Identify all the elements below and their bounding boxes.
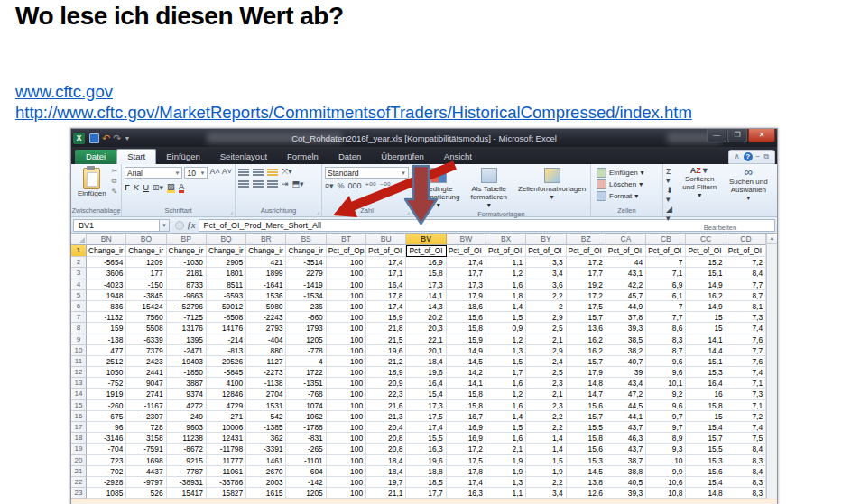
cell[interactable]: 2905 (207, 257, 246, 268)
header-cell[interactable]: Pct_of_OI (526, 245, 566, 257)
header-cell[interactable]: Pct_of_OI (726, 245, 766, 257)
tab-ansicht[interactable]: Ansicht (434, 150, 482, 164)
cell[interactable]: -8672 (167, 444, 207, 454)
cell[interactable]: 17,2 (567, 290, 606, 301)
selected-cell[interactable]: Pct_of_OI (406, 245, 446, 257)
cell[interactable]: -15424 (126, 301, 166, 312)
cell[interactable]: 10006 (207, 422, 246, 433)
cell[interactable]: 38,8 (606, 466, 646, 477)
cell[interactable]: 8,3 (726, 488, 766, 499)
cell[interactable]: 15,5 (406, 433, 446, 444)
cell[interactable]: 100 (327, 444, 366, 454)
cell[interactable]: 15,4 (406, 389, 446, 399)
cell[interactable]: 2,1 (526, 334, 566, 345)
col-header-BS[interactable]: BS (286, 234, 326, 245)
cell[interactable]: 37,8 (606, 312, 646, 323)
cell[interactable]: 20,9 (366, 378, 406, 389)
cell[interactable]: 2,5 (526, 367, 566, 378)
cell[interactable]: 8,3 (726, 477, 766, 488)
cell[interactable]: 2,2 (526, 411, 566, 422)
cell[interactable]: 1899 (246, 268, 286, 279)
cell[interactable]: 16,4 (366, 279, 406, 290)
help-icon[interactable]: ? (744, 152, 753, 161)
cell[interactable]: 17,4 (366, 301, 406, 312)
cell[interactable]: 100 (327, 433, 366, 444)
col-header-CC[interactable]: CC (686, 234, 726, 245)
cell[interactable]: 1,6 (486, 400, 526, 411)
indent-icon[interactable]: ⇥ (282, 179, 289, 188)
cell[interactable]: 100 (327, 400, 366, 411)
cell[interactable]: 12,6 (567, 488, 606, 499)
row-header-16[interactable]: 16 (71, 411, 87, 422)
cell[interactable]: 15,6 (567, 444, 606, 454)
cell[interactable]: 100 (327, 378, 366, 389)
cell[interactable]: 1,6 (486, 433, 526, 444)
tab-datei[interactable]: Datei (75, 150, 116, 164)
cell[interactable]: 15,9 (447, 334, 486, 345)
cell[interactable]: 1,5 (486, 312, 526, 323)
cell[interactable]: 22,3 (366, 389, 406, 399)
cell[interactable]: -752 (87, 378, 126, 389)
cell[interactable]: 3,4 (526, 488, 566, 499)
cell[interactable]: 100 (327, 466, 366, 477)
cell[interactable]: 9,7 (646, 422, 686, 433)
cell[interactable]: 16,2 (567, 345, 606, 356)
cell[interactable]: -6339 (126, 334, 166, 345)
cell[interactable]: 100 (327, 345, 366, 356)
cell[interactable]: 2741 (126, 389, 166, 399)
row-header-11[interactable]: 11 (71, 356, 87, 367)
cell[interactable]: -2928 (87, 477, 126, 488)
cell[interactable]: 19,7 (366, 477, 406, 488)
cell[interactable]: 15,6 (567, 400, 606, 411)
font-size-select[interactable]: 10▼ (184, 167, 208, 179)
cell[interactable]: 43,7 (606, 422, 646, 433)
copy-icon[interactable]: ⧉ (112, 177, 118, 186)
cell[interactable]: 16 (686, 389, 726, 399)
cell[interactable]: -836 (87, 301, 126, 312)
row-header-3[interactable]: 3 (71, 268, 87, 279)
cell[interactable]: 5508 (126, 323, 166, 334)
cell[interactable]: 15827 (207, 488, 246, 499)
cell[interactable]: 1,5 (486, 422, 526, 433)
cell[interactable]: 14,1 (406, 290, 446, 301)
cell[interactable]: 44,9 (606, 301, 646, 312)
cell[interactable]: 0,9 (486, 323, 526, 334)
cell[interactable]: 1919 (87, 389, 126, 399)
cell[interactable]: 1,4 (526, 444, 566, 454)
cell[interactable]: 7,4 (726, 323, 766, 334)
cell[interactable]: -3391 (246, 444, 286, 454)
cell[interactable]: 3,6 (526, 279, 566, 290)
fill-icon[interactable]: ⬇ ▾ (666, 186, 674, 204)
cell[interactable]: 15,8 (567, 433, 606, 444)
cell[interactable]: 17,2 (567, 257, 606, 268)
col-header-CD[interactable]: CD (726, 234, 766, 245)
cell[interactable]: 17,7 (567, 268, 606, 279)
cell[interactable]: 7 (646, 301, 686, 312)
cell[interactable]: 1062 (286, 411, 326, 422)
cell[interactable]: 7,4 (726, 367, 766, 378)
cell[interactable]: -271 (207, 411, 246, 422)
cell[interactable]: 17,5 (406, 411, 446, 422)
cell[interactable]: 10,8 (646, 488, 686, 499)
cell[interactable]: 13,8 (567, 477, 606, 488)
cell[interactable]: 15,7 (567, 411, 606, 422)
cell[interactable]: 249 (167, 411, 207, 422)
cell[interactable]: 1536 (246, 290, 286, 301)
cell[interactable]: 7,3 (726, 389, 766, 399)
cell[interactable]: 2279 (286, 268, 326, 279)
cell[interactable]: 100 (327, 477, 366, 488)
header-cell[interactable]: Change_ir (126, 245, 166, 257)
cell[interactable]: 2512 (87, 356, 126, 367)
cell[interactable]: 15,8 (686, 400, 726, 411)
cell[interactable]: 15,7 (567, 356, 606, 367)
insert-cells-button[interactable]: Einfügen▾ (597, 167, 660, 179)
cell[interactable]: 21,6 (366, 400, 406, 411)
cell[interactable]: 8,4 (726, 268, 766, 279)
cell[interactable]: 6,1 (646, 290, 686, 301)
row-header-4[interactable]: 4 (71, 279, 87, 290)
cell[interactable]: 4729 (207, 400, 246, 411)
paste-button[interactable]: Einfügen (74, 167, 110, 198)
cell[interactable]: -404 (246, 334, 286, 345)
cell[interactable]: -8508 (207, 312, 246, 323)
cell[interactable]: 9,3 (646, 444, 686, 454)
